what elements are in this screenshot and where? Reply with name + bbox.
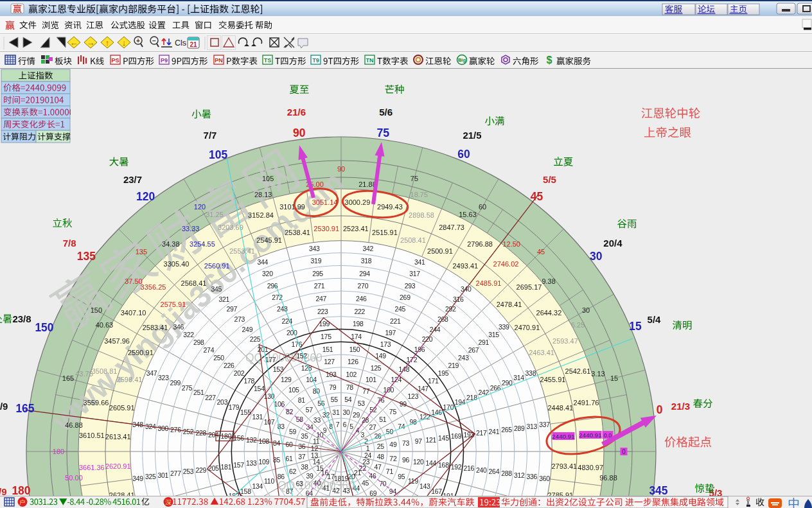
- svg-text:177: 177: [265, 356, 276, 363]
- svg-text:253: 253: [183, 468, 194, 475]
- svg-text:298: 298: [193, 338, 204, 346]
- svg-text:Cls: Cls: [175, 39, 186, 48]
- svg-text:79: 79: [329, 383, 337, 391]
- svg-text:2508.41: 2508.41: [400, 236, 426, 244]
- svg-text:7/8: 7/8: [63, 238, 76, 249]
- svg-text:28.13: 28.13: [254, 191, 272, 198]
- svg-text:3305.40: 3305.40: [164, 260, 190, 268]
- svg-text:38: 38: [301, 463, 308, 471]
- svg-text:2538.41: 2538.41: [285, 229, 310, 236]
- svg-text:157: 157: [233, 461, 244, 469]
- svg-text:39: 39: [306, 472, 313, 480]
- svg-text:175: 175: [321, 333, 331, 340]
- svg-text:T9: T9: [312, 57, 319, 64]
- svg-text:241: 241: [489, 428, 500, 435]
- svg-text:2568.41: 2568.41: [181, 279, 207, 287]
- svg-text:265: 265: [501, 426, 512, 434]
- svg-text:181: 181: [221, 463, 232, 471]
- svg-text:123: 123: [408, 392, 419, 400]
- svg-text:203: 203: [217, 398, 228, 406]
- svg-text:90: 90: [293, 127, 306, 139]
- svg-text:343: 343: [309, 245, 320, 252]
- svg-text:126: 126: [348, 358, 358, 365]
- svg-text:75: 75: [389, 408, 397, 416]
- svg-text:2560.91: 2560.91: [204, 262, 230, 270]
- svg-text:105: 105: [209, 148, 227, 161]
- svg-text:45: 45: [537, 248, 545, 256]
- svg-text:242: 242: [478, 389, 489, 396]
- svg-text:3457.96: 3457.96: [104, 337, 130, 345]
- svg-text:133: 133: [246, 459, 257, 467]
- svg-text:344: 344: [257, 258, 268, 266]
- svg-text:25: 25: [377, 442, 385, 450]
- svg-text:2485.91: 2485.91: [476, 279, 502, 287]
- svg-text:2898.58: 2898.58: [409, 211, 434, 219]
- svg-text:297: 297: [226, 305, 237, 313]
- svg-text:QQ:100890360: QQ:100890360: [245, 351, 322, 364]
- svg-text:30: 30: [582, 306, 590, 314]
- svg-text:2470.91: 2470.91: [515, 324, 540, 331]
- svg-text:2605.91: 2605.91: [109, 404, 135, 412]
- svg-text:219: 219: [448, 362, 459, 369]
- svg-text:23/8: 23/8: [12, 313, 31, 324]
- svg-text:240: 240: [476, 466, 487, 474]
- svg-text:243: 243: [458, 354, 469, 362]
- svg-text:202: 202: [234, 369, 245, 377]
- svg-text:73: 73: [402, 439, 410, 447]
- svg-text:169: 169: [451, 432, 462, 440]
- svg-text:2598.41: 2598.41: [117, 376, 143, 383]
- svg-text:15: 15: [610, 374, 618, 382]
- svg-text:318: 318: [361, 257, 372, 265]
- svg-text:46: 46: [369, 472, 376, 480]
- svg-text:150: 150: [91, 306, 102, 314]
- svg-text:9: 9: [323, 426, 327, 434]
- svg-text:TN: TN: [366, 57, 374, 64]
- svg-text:5/5: 5/5: [543, 174, 556, 185]
- svg-text:192: 192: [451, 463, 462, 471]
- svg-text:342: 342: [362, 245, 373, 252]
- svg-text:168: 168: [438, 461, 449, 469]
- svg-text:323: 323: [158, 374, 169, 381]
- svg-text:216: 216: [463, 464, 474, 472]
- svg-text:346: 346: [173, 323, 184, 331]
- svg-text:165: 165: [15, 402, 34, 415]
- svg-text:86: 86: [278, 473, 285, 480]
- svg-text:PN: PN: [215, 57, 223, 64]
- svg-text:6: 6: [343, 421, 347, 428]
- svg-text:294: 294: [359, 270, 370, 277]
- svg-text:2478.41: 2478.41: [497, 301, 522, 308]
- svg-text:2491.76: 2491.76: [574, 399, 599, 407]
- svg-text:49: 49: [389, 441, 397, 448]
- svg-text:120: 120: [136, 190, 155, 203]
- svg-text:4830.97: 4830.97: [578, 464, 603, 471]
- svg-text:105: 105: [288, 386, 299, 394]
- svg-text:53: 53: [358, 399, 366, 407]
- svg-text:275: 275: [182, 384, 193, 392]
- svg-text:3051.14: 3051.14: [312, 198, 338, 206]
- svg-text:2530.91: 2530.91: [313, 225, 339, 232]
- svg-text:171: 171: [428, 377, 439, 385]
- svg-text:47: 47: [375, 463, 382, 471]
- svg-text:35: 35: [301, 432, 308, 440]
- svg-text:5/4: 5/4: [648, 314, 662, 325]
- svg-text:40.63: 40.63: [96, 321, 114, 329]
- svg-text:174: 174: [351, 333, 362, 340]
- svg-text:128: 128: [301, 364, 312, 372]
- svg-text:$: $: [547, 55, 552, 66]
- svg-text:2847.73: 2847.73: [439, 223, 464, 231]
- svg-text:319: 319: [311, 257, 322, 265]
- svg-text:3000.29: 3000.29: [345, 198, 371, 206]
- svg-text:30: 30: [343, 408, 351, 416]
- svg-text:180: 180: [12, 484, 30, 497]
- svg-text:6.25: 6.25: [571, 321, 585, 329]
- svg-text:15.63: 15.63: [459, 211, 477, 218]
- svg-text:48: 48: [377, 453, 385, 460]
- svg-text:96: 96: [402, 456, 410, 464]
- svg-text:251: 251: [193, 389, 204, 396]
- svg-text:2440.91: 2440.91: [579, 432, 601, 439]
- svg-text:195: 195: [438, 369, 449, 377]
- svg-text:3610.51: 3610.51: [79, 432, 105, 439]
- svg-text:81: 81: [298, 396, 306, 404]
- svg-text:2463.41: 2463.41: [529, 349, 554, 356]
- svg-text:15: 15: [629, 320, 642, 333]
